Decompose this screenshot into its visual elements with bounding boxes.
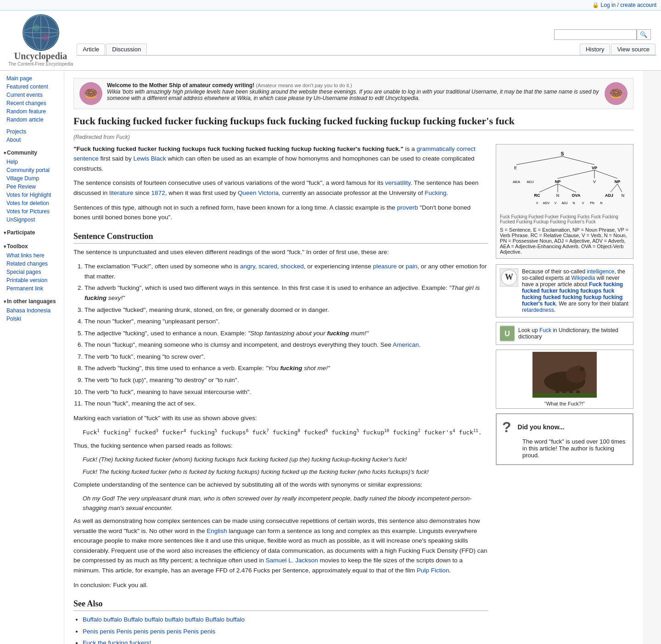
svg-text:NP: NP xyxy=(555,179,561,184)
sidebar-item-village-dump[interactable]: Village Dump xyxy=(6,175,39,182)
sidebar-item-related-changes[interactable]: Related changes xyxy=(6,261,48,267)
sidebar-item-about[interactable]: About xyxy=(6,137,21,143)
link-intelligence[interactable]: intelligence xyxy=(587,268,614,275)
did-you-know-box: ? Did you know... The word "fuck" is use… xyxy=(496,413,633,465)
sidebar-item-special-pages[interactable]: Special pages xyxy=(6,269,41,275)
animal-caption: "What the Fuck?!" xyxy=(498,401,631,406)
tab-article[interactable]: Article xyxy=(77,44,105,55)
tab-view-source[interactable]: View source xyxy=(611,44,655,55)
svg-text:ADJ: ADJ xyxy=(561,201,567,205)
sidebar-item-permanent-link[interactable]: Permanent link xyxy=(6,285,43,292)
link-english[interactable]: English xyxy=(207,527,227,534)
svg-text:OVA: OVA xyxy=(572,193,581,198)
sidebar-item-main-page[interactable]: Main page xyxy=(6,75,32,82)
list-item: The noun "fuck", meaning the act of sex. xyxy=(84,399,488,409)
link-1872[interactable]: 1872 xyxy=(151,189,165,196)
svg-point-45 xyxy=(580,367,584,372)
link-fuckers[interactable]: Fuck the fucking fuckers! xyxy=(83,639,151,644)
link-versatility[interactable]: versatility xyxy=(385,179,410,186)
sidebar-item-recent-changes[interactable]: Recent changes xyxy=(6,100,46,106)
sidebar-item-unsignpost[interactable]: UnSignpost xyxy=(6,217,35,223)
sidebar-item-random-article[interactable]: Random article xyxy=(6,117,44,123)
link-pain[interactable]: pain xyxy=(406,263,418,270)
community-section-toggle[interactable]: Community xyxy=(0,148,64,158)
link-retardedness[interactable]: retardedness xyxy=(522,307,554,313)
sentence-diagram-infobox: S E VP NP V NP xyxy=(496,144,633,259)
infobox-caption: Fuck Fucking Fucked Fucker Fucking Fucks… xyxy=(500,214,629,224)
link-wikipedia[interactable]: Wikipedia xyxy=(571,275,595,281)
sidebar-item-votes-highlight[interactable]: Votes for Highlight xyxy=(6,192,51,198)
list-item: The noun "fucker", meaning "unpleasant p… xyxy=(84,316,488,327)
svg-text:ADV: ADV xyxy=(543,201,550,205)
sidebar-item-printable-version[interactable]: Printable version xyxy=(6,277,47,283)
notice-title: Welcome to the Mother Ship of amateur co… xyxy=(107,82,254,89)
wikipedia-notice: W Because of their so-called intelligenc… xyxy=(496,264,633,317)
complete-intro: Complete understanding of the sentence c… xyxy=(73,480,488,490)
svg-text:N: N xyxy=(556,193,560,198)
tab-history[interactable]: History xyxy=(580,44,610,55)
link-shocked[interactable]: shocked xyxy=(280,263,303,270)
participate-section-toggle[interactable]: Participate xyxy=(0,228,64,238)
tab-discussion[interactable]: Discussion xyxy=(106,44,147,55)
languages-section-toggle[interactable]: In other languages xyxy=(0,296,64,306)
svg-text:V: V xyxy=(582,201,584,205)
svg-text:N: N xyxy=(572,201,575,205)
sidebar-item-help[interactable]: Help xyxy=(6,159,18,165)
sidebar-item-what-links-here[interactable]: What links here xyxy=(6,252,45,259)
link-scared[interactable]: scared xyxy=(258,263,277,270)
parsed-sentence-2: Fuck! The fucking fucked fucker (who is … xyxy=(83,467,488,477)
sidebar-item-random-feature[interactable]: Random feature xyxy=(6,108,46,115)
svg-rect-50 xyxy=(532,393,597,398)
site-logo[interactable] xyxy=(22,14,59,51)
did-you-know-title: ? Did you know... xyxy=(502,420,627,434)
sidebar-item-community-portal[interactable]: Community portal xyxy=(6,167,50,173)
list-item: The adverb "fucking", this time used to … xyxy=(84,363,488,373)
svg-line-17 xyxy=(539,184,558,192)
svg-text:V: V xyxy=(593,179,596,184)
sidebar-item-votes-pictures[interactable]: Votes for Pictures xyxy=(6,208,50,215)
login-link[interactable]: Log in / create account xyxy=(601,2,656,8)
link-fuck-undictionary[interactable]: Fuck xyxy=(539,327,551,333)
section-construction-title: Sentence Construction xyxy=(73,230,488,244)
undictionary-icon: U xyxy=(500,325,515,342)
link-proverb[interactable]: proverb xyxy=(397,204,418,211)
conclusion: In conclusion: Fuck you all. xyxy=(73,580,488,590)
link-literature[interactable]: literature xyxy=(109,189,134,196)
link-buffalo[interactable]: Buffalo buffalo Buffalo buffalo buffalo … xyxy=(83,616,245,623)
readings-list: The exclamation "Fuck!", often used by s… xyxy=(84,261,488,409)
svg-text:E: E xyxy=(514,166,517,170)
sidebar-item-votes-deletion[interactable]: Votes for deletion xyxy=(6,200,49,206)
toolbox-section-toggle[interactable]: Toolbox xyxy=(0,241,64,251)
section-construction-intro: The sentence is unpunctuated and uses el… xyxy=(73,247,488,257)
svg-text:W: W xyxy=(505,272,513,282)
link-article-full[interactable]: Fuck fucking fucked fucker fucking fucku… xyxy=(522,281,623,307)
sidebar-item-projects[interactable]: Projects xyxy=(6,128,26,135)
body-text: As well as demonstrating how complex sen… xyxy=(73,516,488,576)
sidebar-item-current-events[interactable]: Current events xyxy=(6,92,43,98)
link-queen-victoria[interactable]: Queen Victoria xyxy=(238,189,279,196)
search-input[interactable] xyxy=(554,29,637,40)
sidebar-item-featured-content[interactable]: Featured content xyxy=(6,83,48,90)
svg-text:V: V xyxy=(536,201,538,205)
sidebar-item-bahasa[interactable]: Bahasa Indonesia xyxy=(6,307,50,314)
list-item: The adverb "fucking", which is used two … xyxy=(84,283,488,303)
list-item: The verb "to fuck (up)", meaning "to des… xyxy=(84,375,488,385)
marking-intro: Marking each variation of "fuck" with it… xyxy=(73,413,488,423)
svg-text:U: U xyxy=(504,330,510,338)
animal-image-box: "What the Fuck?!" xyxy=(496,350,633,409)
link-samuel-jackson[interactable]: Samuel L. Jackson xyxy=(266,557,318,564)
link-angry[interactable]: angry xyxy=(240,263,255,270)
svg-text:VP: VP xyxy=(592,166,597,170)
svg-line-8 xyxy=(562,156,594,165)
search-button[interactable]: 🔍 xyxy=(637,29,651,40)
sidebar-item-pee-review[interactable]: Pee Review xyxy=(6,183,36,190)
sidebar-item-polski[interactable]: Polski xyxy=(6,316,21,322)
link-fucking[interactable]: Fucking xyxy=(425,189,446,196)
link-pleasure[interactable]: pleasure xyxy=(373,263,397,270)
link-lewis-black[interactable]: Lewis Black xyxy=(134,155,166,162)
link-penis[interactable]: Penis penis Penis penis penis penis Peni… xyxy=(83,628,215,635)
link-american[interactable]: American xyxy=(392,341,419,348)
svg-text:AEA: AEA xyxy=(513,180,521,184)
undictionary-text: Look up Fuck in Undictionary, the twiste… xyxy=(518,327,629,340)
link-pulp-fiction[interactable]: Pulp Fiction xyxy=(417,567,449,574)
